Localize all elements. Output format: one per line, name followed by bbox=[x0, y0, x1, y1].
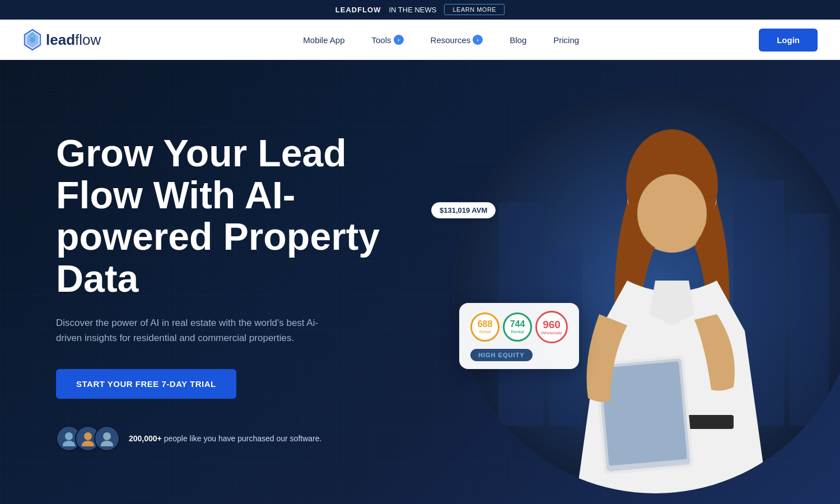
scores-row: 688 Retail 744 Rental 960 Wholesale bbox=[470, 311, 568, 343]
hero-circle-background bbox=[454, 90, 840, 493]
avatar-group bbox=[56, 426, 120, 451]
svg-point-4 bbox=[82, 441, 94, 446]
svg-point-3 bbox=[84, 432, 92, 440]
announcement-bar: LEADFLOW IN THE NEWS LEARN MORE bbox=[0, 0, 840, 20]
social-proof-text: 200,000+ people like you have purchased … bbox=[129, 433, 321, 445]
social-proof: 200,000+ people like you have purchased … bbox=[56, 426, 380, 451]
avatar bbox=[94, 426, 120, 451]
nav-pricing[interactable]: Pricing bbox=[542, 31, 590, 49]
hero-left-content: Grow Your Lead Flow With AI- powered Pro… bbox=[0, 132, 380, 452]
nav-resources[interactable]: Resources › bbox=[419, 30, 494, 49]
scores-card: 688 Retail 744 Rental 960 Wholesale HIGH… bbox=[459, 303, 579, 369]
tools-chevron-icon: › bbox=[394, 35, 404, 45]
logo-flow: flow bbox=[75, 31, 101, 49]
svg-point-14 bbox=[637, 174, 707, 253]
avm-badge-container: $131,019 AVM 688 Retail 744 Rental 960 W… bbox=[431, 202, 496, 225]
announcement-brand: LEADFLOW bbox=[335, 6, 381, 14]
nav-mobile-app[interactable]: Mobile App bbox=[292, 31, 356, 49]
svg-point-6 bbox=[101, 441, 113, 446]
svg-point-0 bbox=[30, 37, 35, 43]
hero-image bbox=[454, 90, 840, 493]
svg-point-5 bbox=[103, 432, 111, 440]
hero-title: Grow Your Lead Flow With AI- powered Pro… bbox=[56, 132, 380, 300]
svg-rect-11 bbox=[790, 213, 829, 426]
equity-badge: HIGH EQUITY bbox=[470, 349, 568, 361]
wholesale-score: 960 Wholesale bbox=[535, 311, 568, 343]
avm-badge: $131,019 AVM bbox=[431, 202, 496, 218]
svg-rect-19 bbox=[600, 361, 687, 466]
learn-more-button[interactable]: LEARN MORE bbox=[444, 4, 505, 15]
hero-right-visual: $131,019 AVM 688 Retail 744 Rental 960 W… bbox=[414, 79, 840, 504]
hero-section: Grow Your Lead Flow With AI- powered Pro… bbox=[0, 60, 840, 504]
svg-point-2 bbox=[63, 441, 75, 446]
hero-subtitle: Discover the power of AI in real estate … bbox=[56, 315, 336, 346]
resources-chevron-icon: › bbox=[473, 35, 483, 45]
navigation: leadflow Mobile App Tools › Resources › … bbox=[0, 20, 840, 60]
rental-score: 744 Rental bbox=[503, 312, 532, 342]
svg-point-1 bbox=[65, 432, 73, 440]
logo-lead: lead bbox=[46, 31, 75, 49]
retail-score: 688 Retail bbox=[470, 312, 500, 342]
nav-blog[interactable]: Blog bbox=[498, 31, 538, 49]
logo-icon bbox=[22, 27, 43, 52]
login-button[interactable]: Login bbox=[759, 29, 818, 52]
nav-links: Mobile App Tools › Resources › Blog Pric… bbox=[134, 30, 748, 49]
logo-link[interactable]: leadflow bbox=[22, 27, 101, 52]
trial-cta-button[interactable]: START YOUR FREE 7-DAY TRIAL bbox=[56, 369, 236, 399]
nav-tools[interactable]: Tools › bbox=[361, 30, 415, 49]
logo-text: leadflow bbox=[46, 31, 101, 49]
announcement-text: IN THE NEWS bbox=[389, 6, 436, 14]
